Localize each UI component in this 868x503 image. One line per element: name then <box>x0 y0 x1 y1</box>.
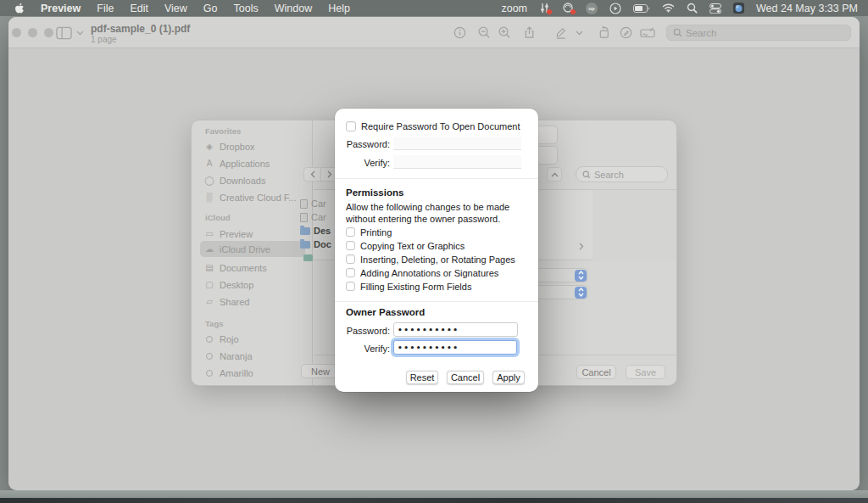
menu-app-preview[interactable]: Preview <box>41 3 81 14</box>
open-password-field[interactable] <box>393 137 521 150</box>
quartz-popup-stepper[interactable] <box>575 287 587 299</box>
menu-edit[interactable]: Edit <box>130 3 148 14</box>
annotations-checkbox[interactable] <box>346 268 355 277</box>
tag-red-icon <box>204 336 214 343</box>
notification-badge <box>547 9 552 14</box>
highlight-pen-icon[interactable] <box>618 25 634 41</box>
sidebar-item-dropbox[interactable]: ◈Dropbox <box>200 138 305 154</box>
require-password-checkbox[interactable] <box>346 121 356 131</box>
sidebar-item-downloads[interactable]: ◯Downloads <box>200 172 305 188</box>
open-verify-field[interactable] <box>393 155 521 169</box>
close-window-button[interactable] <box>12 28 21 37</box>
back-chevron-icon[interactable] <box>304 168 320 181</box>
menu-file[interactable]: File <box>97 3 114 14</box>
markup-chevron-down-icon[interactable] <box>574 25 584 41</box>
info-icon[interactable] <box>452 25 468 41</box>
owner-password-label: Password: <box>335 326 390 336</box>
sidebar-tag-rojo[interactable]: Rojo <box>200 331 305 347</box>
document-page-count: 1 page <box>91 35 117 44</box>
tag-orange-icon <box>204 353 214 360</box>
zoom-in-icon[interactable] <box>497 25 513 41</box>
applications-icon: A <box>204 159 214 168</box>
file-list-item[interactable]: Car <box>300 198 326 209</box>
owner-password-title: Owner Password <box>346 307 425 317</box>
screen-mirror-icon[interactable] <box>562 3 574 14</box>
sidebar-tag-naranja[interactable]: Naranja <box>200 348 305 364</box>
dropbox-icon: ◈ <box>204 142 214 151</box>
open-verify-label: Verify: <box>335 158 390 168</box>
sidebar-item-icloud-drive[interactable]: ☁iCloud Drive <box>200 241 305 257</box>
window-toolbar: pdf-sample_0 (1).pdf 1 page <box>8 17 860 48</box>
menu-clock[interactable]: Wed 24 May 3:33 PM <box>756 3 858 14</box>
sheet-search-field[interactable]: Search <box>576 166 668 182</box>
column-chevron-right-icon <box>579 243 584 250</box>
sidebar-tag-amarillo[interactable]: Amarillo <box>200 365 305 381</box>
toolbar-search-field[interactable]: Search <box>666 25 851 41</box>
up-status-icon[interactable]: up <box>586 3 598 14</box>
gray-file-icon <box>300 199 308 209</box>
minimize-window-button[interactable] <box>28 28 37 37</box>
sidebar-item-preview[interactable]: ▭Preview <box>200 226 305 242</box>
zoom-out-icon[interactable] <box>476 25 492 41</box>
format-popup-stepper[interactable] <box>575 270 587 282</box>
cancel-button[interactable]: Cancel <box>447 371 484 384</box>
cloud-icon: ☁ <box>204 244 214 254</box>
divider <box>335 178 538 179</box>
require-password-label: Require Password To Open Document <box>361 121 520 131</box>
sidebar-item-documents[interactable]: ▤Documents <box>200 260 305 276</box>
form-fill-icon[interactable] <box>640 25 656 41</box>
apply-button[interactable]: Apply <box>492 371 525 384</box>
sidebar-favorites-header: Favorites <box>205 126 241 136</box>
browser-empty-column <box>593 190 677 261</box>
desktop-edge <box>0 498 868 503</box>
sidebar-item-desktop[interactable]: ▢Desktop <box>200 277 305 293</box>
menu-window[interactable]: Window <box>275 3 312 14</box>
apple-logo-icon[interactable] <box>14 3 25 14</box>
menu-view[interactable]: View <box>164 3 187 14</box>
play-circle-icon[interactable] <box>609 3 621 14</box>
sidebar-toggle-icon[interactable] <box>56 25 72 41</box>
copying-checkbox[interactable] <box>346 241 355 250</box>
permissions-title: Permissions <box>346 187 403 198</box>
gray-file-icon <box>300 213 308 222</box>
status-zoom-label[interactable]: zoom <box>501 3 527 14</box>
form-fields-label: Filling Existing Form Fields <box>360 282 471 292</box>
toolbar-search-placeholder: Search <box>686 28 716 38</box>
form-fields-checkbox[interactable] <box>346 282 355 291</box>
permissions-description: Allow the following changes to be made w… <box>346 202 526 225</box>
owner-password-input[interactable] <box>393 322 518 337</box>
sidebar-tag-verde[interactable]: Verde <box>200 382 305 386</box>
sidebar-item-creative-cloud[interactable]: ▒Creative Cloud F... <box>200 189 305 205</box>
inserting-checkbox[interactable] <box>346 254 355 264</box>
zoom-window-button[interactable] <box>44 28 53 37</box>
file-list-item-desktop[interactable]: Des <box>300 226 331 236</box>
reset-button[interactable]: Reset <box>406 371 438 384</box>
menu-go[interactable]: Go <box>203 3 218 14</box>
file-list-item[interactable]: Car <box>300 212 326 222</box>
divider <box>335 301 538 302</box>
up-chevron-button[interactable] <box>547 167 562 182</box>
rotate-icon[interactable] <box>597 25 613 41</box>
creative-cloud-icon: ▒ <box>204 193 214 202</box>
menu-help[interactable]: Help <box>328 3 350 14</box>
markup-pen-icon[interactable] <box>553 25 569 41</box>
sidebar-chevron-down-icon[interactable] <box>75 25 85 41</box>
owner-verify-input[interactable] <box>393 340 517 355</box>
sheet-save-button[interactable]: Save <box>626 365 665 379</box>
control-center-icon[interactable] <box>709 3 721 14</box>
shared-folder-icon: ▱ <box>204 297 214 306</box>
sliders-badge-icon[interactable] <box>539 3 550 14</box>
spotlight-icon[interactable] <box>687 3 698 14</box>
printing-checkbox[interactable] <box>346 227 355 237</box>
battery-icon[interactable] <box>633 4 650 13</box>
menu-bar: Preview File Edit View Go Tools Window H… <box>0 0 868 16</box>
share-icon[interactable] <box>521 25 537 41</box>
sidebar-item-shared[interactable]: ▱Shared <box>200 293 305 310</box>
file-list-item-documents[interactable]: Doc <box>300 239 331 249</box>
menu-tools[interactable]: Tools <box>234 3 259 14</box>
wifi-icon[interactable] <box>662 3 675 13</box>
sheet-cancel-button[interactable]: Cancel <box>576 365 616 379</box>
blue-folder-icon <box>300 227 310 235</box>
desktop-status-icon[interactable] <box>733 3 744 14</box>
sidebar-item-applications[interactable]: AApplications <box>200 155 305 171</box>
